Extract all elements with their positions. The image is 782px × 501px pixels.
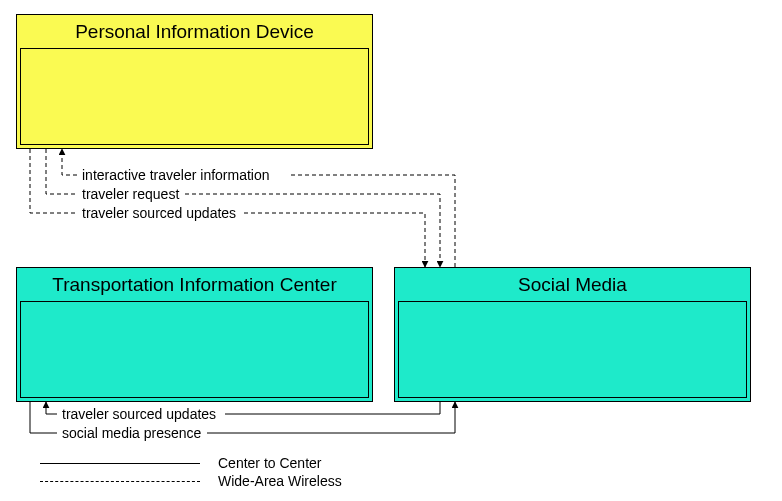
node-inner — [20, 48, 369, 145]
edge-label-traveler-sourced-updates-top: traveler sourced updates — [82, 205, 236, 221]
node-inner — [398, 301, 747, 398]
edge-label-traveler-sourced-updates-bottom: traveler sourced updates — [62, 406, 216, 422]
edge-label-traveler-request: traveler request — [82, 186, 179, 202]
edge-label-interactive-traveler-information: interactive traveler information — [82, 167, 270, 183]
legend-label-center-to-center: Center to Center — [218, 455, 322, 471]
node-social-media: Social Media — [394, 267, 751, 402]
node-inner — [20, 301, 369, 398]
node-transportation-information-center: Transportation Information Center — [16, 267, 373, 402]
node-personal-information-device: Personal Information Device — [16, 14, 373, 149]
node-title: Transportation Information Center — [52, 274, 336, 295]
edge-label-social-media-presence: social media presence — [62, 425, 201, 441]
node-title: Social Media — [518, 274, 627, 295]
legend-line-solid — [40, 463, 200, 464]
legend-label-wide-area-wireless: Wide-Area Wireless — [218, 473, 342, 489]
legend-line-dashed — [40, 481, 200, 482]
node-title: Personal Information Device — [75, 21, 314, 42]
